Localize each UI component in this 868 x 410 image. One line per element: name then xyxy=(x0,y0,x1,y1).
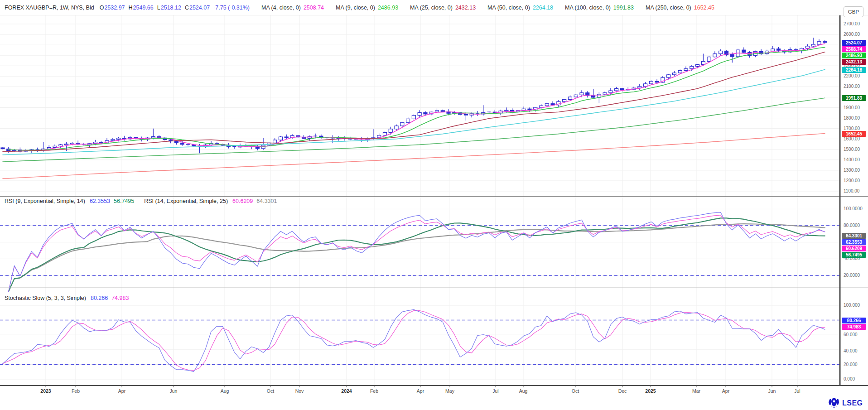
axis-tick-label: 2700.00 xyxy=(844,21,860,26)
time-label: Apr xyxy=(417,388,424,394)
legend-text: L xyxy=(157,5,160,11)
axis-tick-label: 2600.00 xyxy=(844,32,860,37)
legend-text: RSI (14, Exponential, Simple, 25) xyxy=(144,198,228,204)
lseg-crest-icon xyxy=(828,398,840,409)
time-label: Apr xyxy=(118,388,125,394)
time-label: Mar xyxy=(692,388,700,394)
chart-canvas[interactable] xyxy=(0,0,868,410)
legend-text: MA (25, close, 0) xyxy=(410,5,453,11)
legend-text: -7.75 (-0.31%) xyxy=(213,5,250,11)
price-badge: 2432.13 xyxy=(842,59,866,65)
price-badge: 2508.74 xyxy=(842,46,866,52)
time-label: Aug xyxy=(221,388,229,394)
legend-text: 2432.13 xyxy=(455,5,476,11)
axis-tick-label: 1300.00 xyxy=(844,168,860,173)
price-badge: 1652.45 xyxy=(842,131,866,137)
legend-text: 1652.45 xyxy=(694,5,714,11)
axis-tick-label: 20.000 xyxy=(844,362,858,367)
legend-text: 2524.07 xyxy=(189,5,210,11)
legend-text: MA (250, close, 0) xyxy=(646,5,691,11)
price-badge: 2264.18 xyxy=(842,67,866,73)
time-label: Jun xyxy=(170,388,178,394)
price-badge: 2486.93 xyxy=(842,53,866,58)
legend-text: MA (100, close, 0) xyxy=(565,5,611,11)
legend-text: 2549.66 xyxy=(133,5,154,11)
legend-text: 62.3553 xyxy=(90,198,110,204)
time-label: Jun xyxy=(768,388,776,394)
time-label: Nov xyxy=(295,388,304,394)
axis-tick-label: 0.000 xyxy=(844,376,855,381)
price-badge: 56.7495 xyxy=(842,252,866,258)
legend-text: O xyxy=(100,5,104,11)
time-label: Apr xyxy=(722,388,729,394)
charting-app: FOREX XAUGBP=R, 1W, NYS, BidO2532.97H254… xyxy=(0,0,868,410)
time-label: 2023 xyxy=(40,388,51,394)
price-badge: 62.3553 xyxy=(842,239,866,245)
legend-text: MA (50, close, 0) xyxy=(487,5,530,11)
time-label: Aug xyxy=(519,388,528,394)
legend-text: H xyxy=(129,5,133,11)
time-label: 2024 xyxy=(341,388,352,394)
time-label: Oct xyxy=(267,388,274,394)
currency-button[interactable]: GBP xyxy=(844,6,863,17)
legend-text: C xyxy=(185,5,189,11)
time-label: Oct xyxy=(572,388,579,394)
price-badge: 60.6209 xyxy=(842,246,866,251)
lseg-logo: LSEG xyxy=(828,398,863,409)
axis-tick-label: 80.0000 xyxy=(844,223,860,228)
legend-text: 74.983 xyxy=(111,295,129,301)
price-badge: 1991.83 xyxy=(842,95,866,101)
axis-tick-label: 1200.00 xyxy=(844,178,860,183)
axis-tick-label: 20.0000 xyxy=(844,273,860,278)
axis-tick-label: 1100.00 xyxy=(844,188,859,193)
time-label: 2025 xyxy=(645,388,656,394)
legend-text: 2508.74 xyxy=(304,5,324,11)
time-label: Jul xyxy=(794,388,800,394)
legend-text: 2486.93 xyxy=(378,5,398,11)
axis-tick-label: 2100.00 xyxy=(844,84,860,89)
axis-tick-label: 2200.00 xyxy=(844,73,860,78)
legend-text: Stochastic Slow (5, 3, 3, Simple) xyxy=(5,295,86,301)
lseg-logo-text: LSEG xyxy=(842,399,863,407)
legend-text: RSI (9, Exponential, Simple, 14) xyxy=(5,198,85,204)
chart-legend-bar[interactable]: FOREX XAUGBP=R, 1W, NYS, BidO2532.97H254… xyxy=(5,0,714,15)
axis-tick-label: 1900.00 xyxy=(844,105,860,110)
time-label: Jul xyxy=(492,388,498,394)
axis-tick-label: 100.000 xyxy=(844,303,860,308)
stoch-panel-title[interactable]: Stochastic Slow (5, 3, 3, Simple)80.2667… xyxy=(5,295,129,301)
price-badge: 74.983 xyxy=(842,324,866,330)
legend-text: 2264.18 xyxy=(533,5,553,11)
axis-tick-label: 1400.00 xyxy=(844,157,860,162)
legend-text: 1991.83 xyxy=(613,5,634,11)
legend-text: 2518.12 xyxy=(161,5,181,11)
time-label: Dec xyxy=(618,388,627,394)
legend-text: MA (4, close, 0) xyxy=(261,5,301,11)
axis-tick-label: 1500.00 xyxy=(844,147,860,152)
legend-text: 60.6209 xyxy=(232,198,253,204)
axis-tick-label: 1700.00 xyxy=(844,126,860,131)
time-label: May xyxy=(445,388,454,394)
price-badge: 80.266 xyxy=(842,318,866,323)
axis-tick-label: 100.0000 xyxy=(844,206,863,211)
axis-tick-label: 1800.00 xyxy=(844,116,860,121)
rsi-panel-title[interactable]: RSI (9, Exponential, Simple, 14)62.35535… xyxy=(5,198,277,204)
price-badge: 2524.07 xyxy=(842,40,866,46)
axis-tick-label: 60.000 xyxy=(844,332,858,337)
legend-text: 2532.97 xyxy=(104,5,125,11)
legend-text: 64.3301 xyxy=(256,198,277,204)
time-label: Feb xyxy=(370,388,378,394)
axis-tick-label: 1600.00 xyxy=(844,136,860,141)
legend-text: MA (9, close, 0) xyxy=(336,5,375,11)
time-label: Feb xyxy=(72,388,80,394)
legend-text: 56.7495 xyxy=(114,198,134,204)
legend-text: FOREX XAUGBP=R, 1W, NYS, Bid xyxy=(5,5,94,11)
legend-text: 80.266 xyxy=(91,295,108,301)
axis-tick-label: 40.000 xyxy=(844,348,858,353)
header-divider xyxy=(0,15,868,15)
price-badge: 64.3301 xyxy=(842,233,866,239)
